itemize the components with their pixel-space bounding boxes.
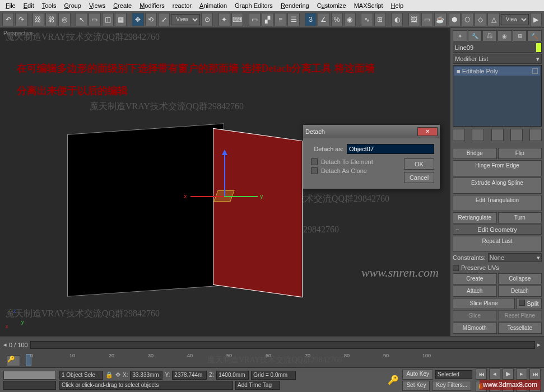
detach-to-element-checkbox[interactable] <box>311 158 318 165</box>
track-bar[interactable] <box>3 371 56 380</box>
redo-icon[interactable]: ↷ <box>15 13 27 26</box>
menu-grapheditors[interactable]: Graph Editors <box>231 1 276 10</box>
mini-listener[interactable] <box>3 381 56 390</box>
snap-angle-icon[interactable]: ∠ <box>318 13 329 26</box>
key-filters-button[interactable]: Key Filters... <box>432 381 471 391</box>
tab-hierarchy-icon[interactable]: 品 <box>482 30 497 41</box>
reactor-3-icon[interactable]: ◇ <box>475 13 486 26</box>
turn-button[interactable]: Turn <box>498 212 542 223</box>
preserve-opts-icon[interactable] <box>501 263 510 272</box>
retriangulate-button[interactable]: Retriangulate <box>453 212 497 223</box>
goto-start-icon[interactable]: ⏮ <box>476 368 487 380</box>
object-color-swatch[interactable] <box>536 43 542 53</box>
object-name-input[interactable] <box>453 43 534 53</box>
menu-reactor[interactable]: reactor <box>169 1 195 10</box>
rotate-icon[interactable]: ⟲ <box>145 13 157 26</box>
viewport-perspective[interactable]: Perspective 魔天制造VRAY技术交流QQ群29842760 在可编辑… <box>0 28 450 336</box>
undo-icon[interactable]: ↶ <box>2 13 14 26</box>
named-sel-icon[interactable]: ▭ <box>249 13 261 26</box>
y-coord-input[interactable] <box>172 371 207 380</box>
detach-as-input[interactable] <box>347 144 434 154</box>
dialog-titlebar[interactable]: Detach ✕ <box>303 125 440 138</box>
menu-customize[interactable]: Customize <box>314 1 350 10</box>
cancel-button[interactable]: Cancel <box>404 172 434 183</box>
reactor-2-icon[interactable]: ⬡ <box>462 13 473 26</box>
comm-center-icon[interactable]: 🔑 <box>388 375 399 385</box>
gizmo-y-axis[interactable] <box>224 196 258 197</box>
slice-plane-button[interactable]: Slice Plane <box>453 298 515 309</box>
gizmo-x-axis[interactable] <box>190 196 224 197</box>
set-key-button[interactable]: Set Key <box>402 381 430 391</box>
scale-icon[interactable]: ⤢ <box>158 13 170 26</box>
render-type-icon[interactable]: ▭ <box>421 13 433 26</box>
attach-button[interactable]: Attach <box>453 286 497 297</box>
snap-percent-icon[interactable]: % <box>331 13 343 26</box>
play-icon[interactable]: ▶ <box>503 368 514 380</box>
select-icon[interactable]: ↖ <box>76 13 87 26</box>
material-icon[interactable]: ◐ <box>391 13 403 26</box>
snap-3d-icon[interactable]: 3 <box>305 13 317 26</box>
keyboard-icon[interactable]: ⌨ <box>231 13 243 26</box>
modifier-stack[interactable]: ■ Editable Poly <box>453 65 542 127</box>
menu-group[interactable]: Group <box>61 1 85 10</box>
msmooth-button[interactable]: MSmooth <box>453 323 497 334</box>
create-button[interactable]: Create <box>453 273 497 284</box>
stack-toggle-icon[interactable] <box>532 68 538 74</box>
arrow-right-icon[interactable]: ▸ <box>537 341 541 348</box>
detach-button[interactable]: Detach <box>498 286 542 297</box>
tab-utilities-icon[interactable]: 🔨 <box>527 30 542 41</box>
render-view-dropdown[interactable]: View <box>501 14 529 25</box>
tab-create-icon[interactable]: ✦ <box>453 30 467 41</box>
render-scene-icon[interactable]: 🖼 <box>408 13 420 26</box>
split-button[interactable]: Split <box>516 298 542 309</box>
quick-render-icon[interactable]: ☕ <box>434 13 446 26</box>
pin-stack-icon[interactable] <box>453 129 465 141</box>
bind-icon[interactable]: ◎ <box>58 13 70 26</box>
make-unique-icon[interactable] <box>491 129 504 141</box>
time-slider-track[interactable] <box>30 341 535 349</box>
prev-frame-icon[interactable]: ◂ <box>489 368 500 380</box>
menu-animation[interactable]: Animation <box>196 1 230 10</box>
layers-icon[interactable]: ☰ <box>287 13 299 26</box>
window-crossing-icon[interactable]: ▦ <box>115 13 127 26</box>
menu-file[interactable]: File <box>2 1 19 10</box>
menu-views[interactable]: Views <box>86 1 109 10</box>
tab-display-icon[interactable]: 🖥 <box>513 30 527 41</box>
menu-maxscript[interactable]: MAXScript <box>351 1 387 10</box>
edit-geometry-rollout[interactable]: −Edit Geometry <box>453 225 542 235</box>
edit-tri-button[interactable]: Edit Triangulation <box>453 195 542 211</box>
add-time-tag[interactable]: Add Time Tag <box>235 381 280 390</box>
curve-editor-icon[interactable]: ∿ <box>361 13 373 26</box>
z-coord-input[interactable] <box>216 371 249 380</box>
stack-item-editable-poly[interactable]: ■ Editable Poly <box>454 67 540 76</box>
goto-end-icon[interactable]: ⏭ <box>529 368 541 380</box>
tab-modify-icon[interactable]: 🔧 <box>468 30 482 41</box>
modifier-list-dropdown[interactable]: Modifier List▾ <box>453 54 542 64</box>
link-icon[interactable]: ⛓ <box>32 13 44 26</box>
preserve-uvs-checkbox[interactable] <box>453 265 459 271</box>
schematic-icon[interactable]: ⊞ <box>374 13 386 26</box>
hinge-button[interactable]: Hinge From Edge <box>453 160 542 176</box>
transform-type-icon[interactable]: ✥ <box>115 371 120 379</box>
reactor-icon[interactable]: ⬢ <box>449 13 461 26</box>
arrow-left-icon[interactable]: ◂ <box>3 341 7 348</box>
timeline-scrollbar[interactable]: ◂ 0 / 100 ▸ <box>0 336 544 353</box>
mirror-icon[interactable]: ▞ <box>262 13 273 26</box>
detach-as-clone-checkbox[interactable] <box>311 167 318 174</box>
key-mode-icon[interactable]: 🔑 <box>7 355 20 366</box>
remove-mod-icon[interactable] <box>510 129 523 141</box>
lock-icon[interactable]: 🔒 <box>105 371 113 379</box>
collapse-button[interactable]: Collapse <box>498 273 542 284</box>
ok-button[interactable]: OK <box>404 158 434 170</box>
spinner-snap-icon[interactable]: ◉ <box>344 13 356 26</box>
constraints-dropdown[interactable]: None▾ <box>488 253 542 262</box>
unlink-icon[interactable]: ⛓̸ <box>45 13 57 26</box>
timeline-ruler[interactable]: 🔑 0 10 20 30 40 50 60 70 80 90 100 魔天制造V… <box>0 353 544 367</box>
select-name-icon[interactable]: ▭ <box>89 13 100 26</box>
menu-create[interactable]: Create <box>110 1 135 10</box>
manip-icon[interactable]: ✦ <box>218 13 230 26</box>
auto-key-button[interactable]: Auto Key <box>402 370 433 380</box>
configure-icon[interactable] <box>529 129 542 141</box>
x-coord-input[interactable] <box>130 371 162 380</box>
gizmo-z-axis[interactable] <box>224 151 225 196</box>
